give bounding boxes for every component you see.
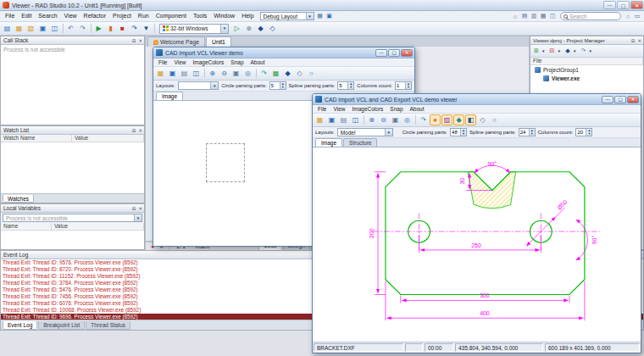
zoom-fit-icon[interactable]: ◎ bbox=[402, 114, 413, 125]
menu-item[interactable]: View bbox=[330, 105, 348, 114]
column-header[interactable]: Watch Name bbox=[1, 135, 72, 142]
separator[interactable] bbox=[91, 24, 92, 33]
settings-icon[interactable]: ◇ bbox=[294, 68, 305, 79]
cad-canvas[interactable]: 200 250 300 400 30 Ø50 bbox=[313, 147, 641, 342]
desktops-icon[interactable]: ◫ bbox=[548, 12, 557, 20]
menu-item[interactable]: Tools bbox=[190, 11, 210, 21]
spin-down-icon[interactable]: ▼ bbox=[530, 132, 535, 136]
zoom-in-icon[interactable]: ⊕ bbox=[366, 114, 377, 125]
ide-search[interactable] bbox=[560, 12, 621, 20]
maximize-button[interactable]: ▢ bbox=[617, 1, 630, 9]
front-window-titlebar[interactable]: CAD Import VCL and CAD Export VCL demo v… bbox=[313, 94, 641, 105]
about-icon[interactable]: ○ bbox=[306, 68, 317, 79]
run-icon[interactable]: ▶ bbox=[93, 23, 104, 34]
close-button[interactable]: ✕ bbox=[630, 1, 643, 9]
rotate-icon[interactable]: ↷ bbox=[418, 114, 429, 125]
background-color-icon[interactable]: ◧ bbox=[465, 114, 476, 125]
zoom-in-icon[interactable]: ⊕ bbox=[207, 68, 218, 79]
run-without-debugging-icon[interactable]: ▷ bbox=[231, 23, 242, 34]
search-input[interactable] bbox=[569, 14, 612, 19]
spin-down-icon[interactable]: ▼ bbox=[461, 132, 466, 136]
menu-item[interactable]: View bbox=[61, 11, 80, 21]
pin-icon[interactable]: ⊟ bbox=[132, 38, 136, 43]
project-tree-item[interactable]: Viewer.exe bbox=[530, 74, 643, 82]
minimize-button[interactable]: — bbox=[375, 49, 387, 57]
watch-list-body[interactable] bbox=[1, 142, 144, 193]
pause-icon[interactable]: ▮ bbox=[105, 23, 116, 34]
close-icon[interactable]: ✕ bbox=[138, 38, 142, 43]
zoom-window-icon[interactable]: ▣ bbox=[390, 114, 401, 125]
close-button[interactable]: ✕ bbox=[401, 49, 413, 57]
open-project-icon[interactable]: ▧ bbox=[25, 23, 36, 34]
menu-item[interactable]: Help bbox=[238, 11, 257, 21]
circle-parts-spinner[interactable]: ▲▼ bbox=[450, 128, 467, 136]
undo-icon[interactable]: ↶ bbox=[65, 23, 76, 34]
step-over-icon[interactable]: ↷ bbox=[129, 23, 140, 34]
orbit-icon[interactable]: ● bbox=[430, 114, 441, 125]
columns-count-input[interactable] bbox=[396, 82, 405, 89]
project-options-icon[interactable]: ◇ bbox=[267, 23, 278, 34]
watches-tab[interactable]: Watches bbox=[3, 195, 34, 203]
close-icon[interactable]: ✕ bbox=[138, 206, 142, 211]
maximize-button[interactable]: ▢ bbox=[614, 96, 626, 103]
zoom-out-icon[interactable]: ⊖ bbox=[378, 114, 389, 125]
structure-pane-icon[interactable]: ▤ bbox=[520, 12, 529, 20]
separator[interactable] bbox=[364, 115, 364, 125]
circle-parts-spinner[interactable]: ▲▼ bbox=[269, 81, 286, 90]
pin-icon[interactable]: ⊟ bbox=[132, 128, 136, 133]
separator[interactable] bbox=[204, 69, 205, 78]
menu-item[interactable]: ImageColors bbox=[189, 58, 227, 67]
spin-down-icon[interactable]: ▼ bbox=[586, 132, 591, 136]
desktop-layout-combo[interactable]: Debug Layout ▼ bbox=[260, 12, 314, 20]
spin-down-icon[interactable]: ▼ bbox=[348, 86, 353, 89]
help-icon[interactable]: ○ bbox=[624, 12, 632, 20]
column-header[interactable]: File bbox=[530, 58, 643, 64]
object-inspector-icon[interactable]: ▥ bbox=[530, 12, 538, 20]
column-header[interactable]: Value bbox=[52, 223, 144, 230]
new-icon[interactable]: ▤ bbox=[2, 23, 13, 34]
menu-item[interactable]: Component bbox=[153, 11, 190, 21]
copy-icon[interactable]: ◫ bbox=[191, 68, 202, 79]
minimize-button[interactable]: — bbox=[603, 1, 616, 9]
pin-icon[interactable]: ⊟ bbox=[631, 38, 636, 43]
rotate-icon[interactable]: ↷ bbox=[258, 68, 269, 79]
columns-count-spinner[interactable]: ▲▼ bbox=[395, 81, 412, 90]
circle-parts-input[interactable] bbox=[451, 129, 460, 136]
columns-count-input[interactable] bbox=[576, 129, 586, 136]
menu-item[interactable]: Window bbox=[210, 11, 238, 21]
minimize-button[interactable]: — bbox=[602, 96, 613, 103]
layers-icon[interactable]: ▦ bbox=[270, 68, 281, 79]
save-icon[interactable]: ▣ bbox=[326, 114, 337, 125]
palette-icon[interactable]: ▦ bbox=[539, 12, 547, 20]
separator[interactable] bbox=[154, 24, 155, 33]
zoom-fit-icon[interactable]: ◎ bbox=[242, 68, 253, 79]
menu-item[interactable]: View bbox=[170, 58, 189, 67]
open-icon[interactable]: ▦ bbox=[155, 68, 166, 79]
project-tree-item[interactable]: ProjectGroup1 bbox=[530, 65, 643, 74]
spline-parts-spinner[interactable]: ▲▼ bbox=[337, 81, 354, 90]
save-all-icon[interactable]: ◫ bbox=[49, 23, 60, 34]
stop-icon[interactable]: ■ bbox=[117, 23, 128, 34]
close-icon[interactable]: ✕ bbox=[138, 128, 142, 133]
layouts-combo[interactable]: Model ▼ bbox=[337, 128, 393, 136]
separator[interactable] bbox=[63, 24, 64, 33]
build-icon[interactable]: ◆ bbox=[255, 23, 266, 34]
menu-item[interactable]: About bbox=[407, 105, 428, 114]
close-icon[interactable]: ✕ bbox=[637, 38, 641, 43]
spline-parts-input[interactable] bbox=[338, 82, 347, 89]
measure-icon[interactable]: ◇ bbox=[477, 114, 488, 125]
tab-welcome-page[interactable]: Welcome Page bbox=[147, 36, 205, 47]
redo-icon[interactable]: ↷ bbox=[77, 23, 88, 34]
viewer-tab[interactable]: Image bbox=[315, 138, 342, 147]
print-icon[interactable]: ▤ bbox=[338, 114, 349, 125]
columns-count-spinner[interactable]: ▲▼ bbox=[575, 128, 592, 136]
trace-into-icon[interactable]: ▼ bbox=[141, 23, 152, 34]
menu-item[interactable]: File bbox=[155, 58, 170, 67]
layouts-combo[interactable]: ▼ bbox=[178, 81, 219, 90]
build-groups-icon[interactable]: ◆ ▼ bbox=[564, 47, 576, 55]
bottom-tab[interactable]: Event Log bbox=[3, 321, 37, 330]
apply-layout-icon[interactable]: ▦ bbox=[316, 12, 325, 20]
spline-parts-input[interactable] bbox=[519, 129, 529, 136]
menu-item[interactable]: Edit bbox=[18, 11, 35, 21]
open-icon[interactable]: ▦ bbox=[314, 114, 325, 125]
